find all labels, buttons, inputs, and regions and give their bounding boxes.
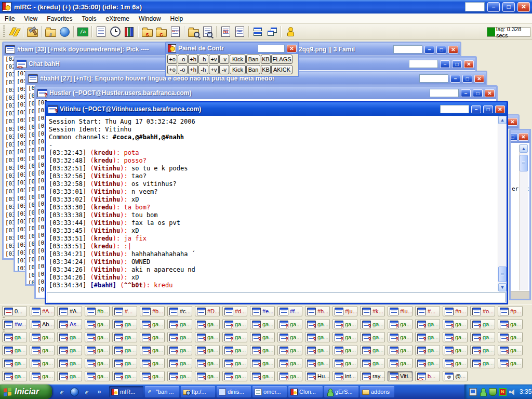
switchbar-button[interactable]: ?Hu...	[305, 371, 330, 381]
switchbar-button[interactable]: #b...	[85, 306, 110, 316]
switchbar-button[interactable]: #lu...	[388, 306, 413, 316]
switchbar-button[interactable]: #D...	[195, 306, 220, 316]
close-button[interactable]: ✕	[474, 75, 484, 83]
switchbar-button[interactable]: #c...	[167, 306, 192, 316]
switchbar-button[interactable]: ?ga...	[112, 319, 137, 329]
switchbar-button[interactable]: ?ga...	[250, 371, 275, 381]
switchbar-button[interactable]: #d...	[222, 306, 247, 316]
switchbar-button[interactable]: #k...	[360, 306, 385, 316]
switchbar-button[interactable]: #A...	[30, 306, 55, 316]
switchbar-button[interactable]: ?ga...	[277, 332, 302, 342]
switchbar-button[interactable]: ?ga...	[388, 358, 413, 368]
toolbar-button[interactable]: C	[154, 25, 168, 39]
switchbar-button[interactable]: ?ga...	[470, 319, 495, 329]
switchbar-button[interactable]: #A...	[57, 306, 82, 316]
switchbar-button[interactable]: ?ga...	[222, 332, 247, 342]
switchbar-button[interactable]: ?ga...	[415, 345, 440, 355]
mode-button-minus-v[interactable]: -v	[219, 55, 229, 64]
maximize-button[interactable]: □	[511, 133, 517, 141]
toolbar-button[interactable]: #	[44, 25, 58, 39]
switchbar-button[interactable]: ?ga...	[140, 332, 165, 342]
titlebar-editbox[interactable]	[430, 89, 459, 97]
taskbar-button[interactable]: Clon...	[288, 386, 323, 397]
switchbar-button[interactable]: ?ga...	[57, 332, 82, 342]
switchbar-button[interactable]: ?ga...	[57, 358, 82, 368]
taskbar-button[interactable]: omer...	[252, 386, 287, 397]
titlebar-editbox[interactable]	[465, 2, 485, 11]
taskbar-button[interactable]: gErS...	[324, 386, 358, 397]
switchbar-button[interactable]: ?ga...	[195, 371, 220, 381]
close-button[interactable]: ✕	[448, 46, 458, 54]
toolbar-button[interactable]: URL	[233, 25, 247, 39]
mode-button-minus-o[interactable]: -o	[178, 65, 188, 74]
mirc-icon[interactable]	[2, 2, 11, 11]
taskbar-button[interactable]: "ban ...	[145, 386, 179, 397]
close-button[interactable]: ✕	[508, 118, 517, 126]
switchbar-button[interactable]: ?ga...	[250, 358, 275, 368]
minimize-button[interactable]: –	[450, 75, 460, 83]
switchbar-button[interactable]: ?ga...	[167, 345, 192, 355]
switchbar-button[interactable]: ?int...	[332, 371, 357, 381]
close-button[interactable]: ✕	[495, 105, 505, 113]
scroll-down-button[interactable]: ▼	[498, 283, 507, 291]
switchbar-button[interactable]: ?ga...	[360, 345, 385, 355]
switchbar-button[interactable]: ?ga...	[443, 332, 468, 342]
switchbar-button[interactable]: ?ga...	[277, 319, 302, 329]
scroll-thumb[interactable]	[520, 155, 528, 171]
switchbar-button[interactable]: ?ga...	[30, 332, 55, 342]
switchbar-button[interactable]: #ju...	[332, 306, 357, 316]
toolbar-grip[interactable]	[3, 25, 5, 38]
switchbar-button[interactable]: ?ga...	[470, 345, 495, 355]
menu-window[interactable]: Window	[134, 14, 166, 23]
taskbar-button[interactable]: addons	[360, 386, 394, 397]
volume-icon[interactable]	[509, 388, 516, 396]
titlebar-editbox[interactable]	[419, 74, 448, 83]
switchbar-button[interactable]: ?ga...	[388, 345, 413, 355]
toolbar-button[interactable]	[7, 25, 21, 39]
close-button[interactable]: ✕	[464, 60, 474, 68]
switchbar-button[interactable]: ?ga...	[167, 332, 192, 342]
switchbar-button[interactable]: ?ga...	[57, 371, 82, 381]
switchbar-button[interactable]: ?ga...	[443, 358, 468, 368]
titlebar-editbox[interactable]	[440, 105, 469, 113]
media-player-icon[interactable]	[70, 387, 79, 396]
ie-icon[interactable]: e	[57, 387, 66, 396]
switchbar-button[interactable]: ?ga...	[388, 332, 413, 342]
close-button[interactable]: ✕	[518, 133, 528, 141]
switchbar-button[interactable]: #h...	[305, 306, 330, 316]
menu-file[interactable]: File	[0, 14, 19, 23]
switchbar-button[interactable]: #e...	[250, 306, 275, 316]
titlebar-editbox[interactable]	[258, 45, 285, 52]
mode-button-plusminus-o[interactable]: +o	[167, 55, 177, 64]
toolbar-button[interactable]	[201, 25, 215, 39]
maximize-button[interactable]: □	[483, 105, 493, 113]
mode-button-ban[interactable]: Ban	[246, 65, 260, 74]
toolbar-button[interactable]	[187, 25, 201, 39]
menu-favorites[interactable]: Favorites	[42, 14, 77, 23]
switchbar-button[interactable]: ?ga...	[443, 345, 468, 355]
toolbar-button[interactable]	[283, 25, 297, 39]
switchbar-button[interactable]: ?ga...	[360, 319, 385, 329]
switchbar-button[interactable]: ?ga...	[85, 345, 110, 355]
minimize-button[interactable]: –	[440, 60, 450, 68]
switchbar-button[interactable]: ?ga...	[2, 332, 27, 342]
switchbar-button[interactable]: ?ga...	[30, 371, 55, 381]
toolbar-button[interactable]	[265, 25, 279, 39]
switchbar-button[interactable]: ?ga...	[222, 345, 247, 355]
switchbar-button[interactable]: ?ga...	[277, 358, 302, 368]
scroll-thumb[interactable]	[498, 267, 507, 282]
switchbar-button[interactable]: ?ga...	[277, 345, 302, 355]
switchbar-button[interactable]: ?ga...	[112, 371, 137, 381]
toolbar-button[interactable]	[94, 25, 108, 39]
switchbar-button[interactable]: ?ga...	[470, 358, 495, 368]
mode-button-akick[interactable]: AKICK	[271, 65, 292, 74]
chevron-icon[interactable]: »	[95, 387, 104, 396]
mode-button-flags[interactable]: FLAGS	[271, 55, 292, 64]
norton-icon[interactable]: N	[499, 388, 507, 396]
switchbar-button[interactable]: #w...	[2, 319, 27, 329]
switchbar-button[interactable]: ?ga...	[498, 358, 523, 368]
minimize-button[interactable]: –	[487, 2, 500, 12]
menu-view[interactable]: View	[19, 14, 42, 23]
mode-button-minus-h[interactable]: -h	[198, 65, 208, 74]
switchbar-button[interactable]: #b...	[140, 306, 165, 316]
